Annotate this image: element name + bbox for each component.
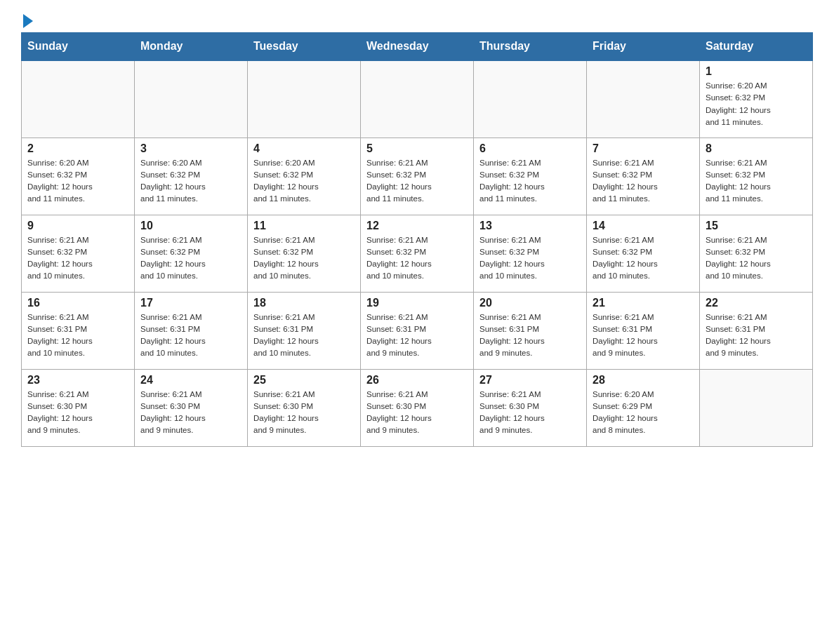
weekday-header-sunday: Sunday [22,33,135,61]
day-cell: 7Sunrise: 6:21 AM Sunset: 6:32 PM Daylig… [587,137,700,215]
day-cell: 22Sunrise: 6:21 AM Sunset: 6:31 PM Dayli… [700,292,813,369]
logo-general [21,14,33,28]
day-cell [248,60,361,137]
day-cell: 5Sunrise: 6:21 AM Sunset: 6:32 PM Daylig… [361,137,474,215]
weekday-header-saturday: Saturday [700,33,813,61]
day-number: 1 [706,65,807,78]
day-cell [135,60,248,137]
day-info: Sunrise: 6:20 AM Sunset: 6:32 PM Dayligh… [27,157,128,206]
day-info: Sunrise: 6:20 AM Sunset: 6:32 PM Dayligh… [140,157,241,206]
day-number: 12 [366,220,468,232]
day-info: Sunrise: 6:21 AM Sunset: 6:32 PM Dayligh… [706,234,807,283]
day-cell: 4Sunrise: 6:20 AM Sunset: 6:32 PM Daylig… [248,137,361,215]
day-info: Sunrise: 6:21 AM Sunset: 6:30 PM Dayligh… [479,389,581,437]
day-cell [587,60,700,137]
day-info: Sunrise: 6:21 AM Sunset: 6:31 PM Dayligh… [140,311,241,360]
day-number: 25 [253,374,355,387]
day-cell: 18Sunrise: 6:21 AM Sunset: 6:31 PM Dayli… [248,292,361,369]
calendar-table: SundayMondayTuesdayWednesdayThursdayFrid… [21,32,813,447]
weekday-header-wednesday: Wednesday [361,33,474,61]
day-cell [361,60,474,137]
day-info: Sunrise: 6:21 AM Sunset: 6:30 PM Dayligh… [27,389,128,437]
header [21,14,813,25]
day-number: 8 [706,142,807,155]
day-cell: 25Sunrise: 6:21 AM Sunset: 6:30 PM Dayli… [248,369,361,446]
day-number: 7 [593,142,694,155]
day-number: 4 [253,142,355,155]
day-cell: 17Sunrise: 6:21 AM Sunset: 6:31 PM Dayli… [135,292,248,369]
weekday-header-friday: Friday [587,33,700,61]
day-info: Sunrise: 6:21 AM Sunset: 6:32 PM Dayligh… [479,234,581,283]
day-info: Sunrise: 6:21 AM Sunset: 6:31 PM Dayligh… [366,311,468,360]
day-number: 21 [593,297,694,309]
day-info: Sunrise: 6:21 AM Sunset: 6:30 PM Dayligh… [253,389,355,437]
day-number: 14 [593,220,694,232]
day-info: Sunrise: 6:21 AM Sunset: 6:31 PM Dayligh… [593,311,694,360]
day-cell: 21Sunrise: 6:21 AM Sunset: 6:31 PM Dayli… [587,292,700,369]
day-info: Sunrise: 6:20 AM Sunset: 6:32 PM Dayligh… [706,80,807,128]
day-number: 27 [479,374,581,387]
day-info: Sunrise: 6:21 AM Sunset: 6:32 PM Dayligh… [706,157,807,206]
day-info: Sunrise: 6:21 AM Sunset: 6:31 PM Dayligh… [706,311,807,360]
day-info: Sunrise: 6:21 AM Sunset: 6:32 PM Dayligh… [140,234,241,283]
week-row-4: 16Sunrise: 6:21 AM Sunset: 6:31 PM Dayli… [22,292,813,369]
day-number: 9 [27,220,128,232]
day-info: Sunrise: 6:21 AM Sunset: 6:30 PM Dayligh… [366,389,468,437]
day-cell: 15Sunrise: 6:21 AM Sunset: 6:32 PM Dayli… [700,215,813,292]
day-number: 28 [593,374,694,387]
day-cell: 24Sunrise: 6:21 AM Sunset: 6:30 PM Dayli… [135,369,248,446]
day-number: 15 [706,220,807,232]
day-cell: 1Sunrise: 6:20 AM Sunset: 6:32 PM Daylig… [700,60,813,137]
day-number: 2 [27,142,128,155]
day-number: 10 [140,220,241,232]
day-info: Sunrise: 6:21 AM Sunset: 6:32 PM Dayligh… [479,157,581,206]
week-row-3: 9Sunrise: 6:21 AM Sunset: 6:32 PM Daylig… [22,215,813,292]
day-number: 13 [479,220,581,232]
weekday-header-tuesday: Tuesday [248,33,361,61]
day-cell: 26Sunrise: 6:21 AM Sunset: 6:30 PM Dayli… [361,369,474,446]
day-number: 20 [479,297,581,309]
day-info: Sunrise: 6:21 AM Sunset: 6:32 PM Dayligh… [27,234,128,283]
day-cell [22,60,135,137]
day-number: 11 [253,220,355,232]
day-number: 17 [140,297,241,309]
weekday-header-monday: Monday [135,33,248,61]
week-row-1: 1Sunrise: 6:20 AM Sunset: 6:32 PM Daylig… [22,60,813,137]
week-row-5: 23Sunrise: 6:21 AM Sunset: 6:30 PM Dayli… [22,369,813,446]
day-number: 18 [253,297,355,309]
day-number: 19 [366,297,468,309]
day-number: 24 [140,374,241,387]
day-info: Sunrise: 6:21 AM Sunset: 6:32 PM Dayligh… [366,157,468,206]
day-info: Sunrise: 6:21 AM Sunset: 6:32 PM Dayligh… [593,234,694,283]
day-info: Sunrise: 6:21 AM Sunset: 6:32 PM Dayligh… [593,157,694,206]
day-info: Sunrise: 6:21 AM Sunset: 6:30 PM Dayligh… [140,389,241,437]
day-cell: 6Sunrise: 6:21 AM Sunset: 6:32 PM Daylig… [474,137,587,215]
day-cell: 11Sunrise: 6:21 AM Sunset: 6:32 PM Dayli… [248,215,361,292]
day-info: Sunrise: 6:21 AM Sunset: 6:32 PM Dayligh… [253,234,355,283]
day-number: 5 [366,142,468,155]
day-cell: 16Sunrise: 6:21 AM Sunset: 6:31 PM Dayli… [22,292,135,369]
logo-arrow-icon [23,14,33,28]
day-cell: 2Sunrise: 6:20 AM Sunset: 6:32 PM Daylig… [22,137,135,215]
week-row-2: 2Sunrise: 6:20 AM Sunset: 6:32 PM Daylig… [22,137,813,215]
day-cell: 12Sunrise: 6:21 AM Sunset: 6:32 PM Dayli… [361,215,474,292]
day-number: 3 [140,142,241,155]
day-info: Sunrise: 6:21 AM Sunset: 6:31 PM Dayligh… [27,311,128,360]
weekday-header-thursday: Thursday [474,33,587,61]
day-cell [700,369,813,446]
day-number: 26 [366,374,468,387]
day-info: Sunrise: 6:21 AM Sunset: 6:32 PM Dayligh… [366,234,468,283]
day-cell: 27Sunrise: 6:21 AM Sunset: 6:30 PM Dayli… [474,369,587,446]
day-cell [474,60,587,137]
day-cell: 9Sunrise: 6:21 AM Sunset: 6:32 PM Daylig… [22,215,135,292]
day-number: 22 [706,297,807,309]
day-cell: 28Sunrise: 6:20 AM Sunset: 6:29 PM Dayli… [587,369,700,446]
day-cell: 19Sunrise: 6:21 AM Sunset: 6:31 PM Dayli… [361,292,474,369]
day-cell: 20Sunrise: 6:21 AM Sunset: 6:31 PM Dayli… [474,292,587,369]
day-cell: 13Sunrise: 6:21 AM Sunset: 6:32 PM Dayli… [474,215,587,292]
day-cell: 3Sunrise: 6:20 AM Sunset: 6:32 PM Daylig… [135,137,248,215]
logo [21,14,33,25]
weekday-header-row: SundayMondayTuesdayWednesdayThursdayFrid… [22,33,813,61]
day-info: Sunrise: 6:20 AM Sunset: 6:32 PM Dayligh… [253,157,355,206]
day-cell: 14Sunrise: 6:21 AM Sunset: 6:32 PM Dayli… [587,215,700,292]
